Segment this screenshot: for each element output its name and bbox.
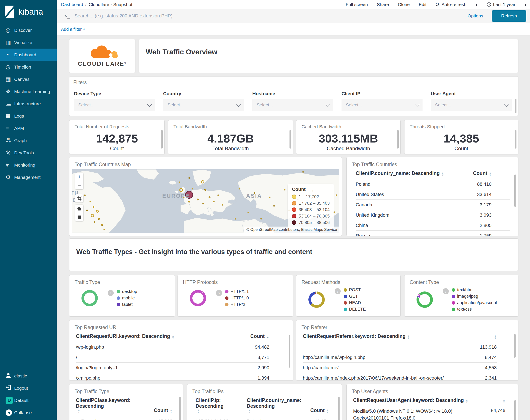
legend-item[interactable]: GET <box>344 294 366 299</box>
device-type-select[interactable]: Select... <box>74 99 155 111</box>
column-header-referer[interactable]: ClientRequestReferer.keyword: Descending <box>303 333 492 339</box>
world-map[interactable]: + − TH IC EUROPE ASIA Count <box>72 169 339 233</box>
legend-item[interactable]: mobile <box>117 296 137 300</box>
sidebar-item-dev-tools[interactable]: ⚒Dev Tools <box>0 147 57 159</box>
scrollbar-thumb[interactable] <box>338 397 339 420</box>
sort-icon <box>503 399 505 403</box>
legend-expand-icon[interactable]: › <box>108 290 114 296</box>
legend-item[interactable]: desktop <box>117 289 137 294</box>
sidebar-item-collapse[interactable]: ◀ Collapse <box>0 406 57 419</box>
legend-item[interactable]: DELETE <box>344 307 366 312</box>
crop-icon[interactable] <box>75 194 83 202</box>
legend-item[interactable]: HTTP/1.0 <box>225 296 249 300</box>
sidebar-item-visualize[interactable]: ▥Visualize <box>0 36 57 49</box>
column-header-count[interactable]: Count <box>250 333 269 339</box>
edit-button[interactable]: Edit <box>419 2 427 7</box>
refresh-cycle-icon: ⟳ <box>435 1 440 8</box>
column-header-country[interactable]: ClientIP.country_name: Descending <box>356 170 473 176</box>
scrollbar-thumb[interactable] <box>397 130 399 149</box>
time-forward-chevron[interactable]: › <box>524 2 527 7</box>
column-header-count[interactable]: Count <box>473 170 510 176</box>
sidebar-item-graph[interactable]: ⁂Graph <box>0 134 57 147</box>
options-link[interactable]: Options <box>468 13 483 18</box>
legend-expand-icon[interactable]: › <box>443 288 449 294</box>
breadcrumb-dashboard-link[interactable]: Dashboard <box>61 2 83 7</box>
column-header-ip[interactable]: ClientIP.ip: Descending <box>196 397 247 413</box>
column-header-user-agent[interactable]: ClientRequestUserAgent.keyword: Descendi… <box>353 397 501 403</box>
filter-fields: Device Type Select... Country Select... … <box>69 85 518 111</box>
column-header-uri[interactable]: ClientRequestURI.keyword: Descending <box>76 333 250 339</box>
sidebar-item-logout[interactable]: Logout <box>0 382 57 394</box>
map-legend-title: Count <box>292 187 330 192</box>
scrollbar-thumb[interactable] <box>515 99 516 113</box>
sidebar-item-management[interactable]: ⚙Management <box>0 171 57 183</box>
legend-item[interactable]: POST <box>344 287 366 292</box>
hostname-select[interactable]: Select... <box>252 99 333 111</box>
request-methods-donut-chart[interactable] <box>309 291 325 308</box>
legend-item[interactable]: text/css <box>452 307 497 312</box>
column-header-class[interactable]: ClientIPClass.keyword: Descending <box>76 397 140 413</box>
auto-refresh-button[interactable]: ⟳Auto-refresh <box>435 1 466 8</box>
zoom-in-button[interactable]: + <box>75 173 83 181</box>
sidebar-item-apm[interactable]: ≡APM <box>0 122 57 134</box>
legend-item[interactable]: tablet <box>117 302 137 307</box>
user-agent-select[interactable]: Select... <box>431 99 512 111</box>
time-back-chevron[interactable]: ‹ <box>475 2 478 7</box>
scrollbar-thumb[interactable] <box>290 130 291 149</box>
content-type-donut-chart[interactable] <box>416 291 433 308</box>
time-range-picker[interactable]: Last 1 year <box>486 2 515 7</box>
clone-button[interactable]: Clone <box>398 2 410 7</box>
sort-icon <box>170 409 172 413</box>
legend-item[interactable]: application/javascript <box>452 300 497 305</box>
scrollbar-thumb[interactable] <box>179 397 181 420</box>
sort-icon <box>489 172 492 176</box>
kibana-logo[interactable]: kibana <box>0 0 57 24</box>
sidebar-item-machine-learning[interactable]: ❖Machine Learning <box>0 85 57 98</box>
scrollbar-thumb[interactable] <box>515 130 516 149</box>
sidebar-item-infrastructure[interactable]: ☁Infrastructure <box>0 98 57 110</box>
full-screen-button[interactable]: Full screen <box>346 2 368 7</box>
scrollbar-thumb[interactable] <box>514 334 515 358</box>
sidebar-item-user[interactable]: elastic <box>0 370 57 382</box>
refresh-button[interactable]: Refresh <box>492 10 526 22</box>
legend-item[interactable]: HTTP/2 <box>225 302 249 307</box>
legend-expand-icon[interactable]: › <box>216 290 222 296</box>
traffic-type-donut-chart[interactable] <box>81 290 98 306</box>
legend-item[interactable]: image/jpeg <box>452 294 497 299</box>
column-header-count[interactable]: Count <box>154 407 172 413</box>
share-button[interactable]: Share <box>377 2 389 7</box>
column-header-count[interactable] <box>501 399 505 403</box>
column-header-count[interactable]: Count <box>310 407 329 413</box>
http-protocols-donut-chart[interactable] <box>190 290 206 306</box>
sidebar-footer: elastic Logout D Default ◀ Collapse <box>0 370 57 419</box>
add-filter-link[interactable]: Add a filter + <box>57 27 85 32</box>
sidebar-item-monitoring[interactable]: ♥Monitoring <box>0 159 57 171</box>
traffic-map-panel: Top Traffic Countries Map <box>69 157 342 236</box>
sidebar-item-logs[interactable]: ≣Logs <box>0 110 57 122</box>
column-header-country[interactable]: ClientIP.country_name: Descending <box>247 397 310 413</box>
table-row: 185.234.218.33 Poland 48,474 <box>196 416 329 420</box>
filter-country: Country Select... <box>163 91 244 111</box>
rectangle-tool-icon[interactable] <box>75 213 83 221</box>
search-input[interactable] <box>74 13 459 19</box>
sidebar-item-timelion[interactable]: ◷Timelion <box>0 61 57 73</box>
legend-expand-icon[interactable]: › <box>335 288 341 294</box>
legend-item[interactable]: text/html <box>452 287 497 292</box>
legend-item[interactable]: HTTP/1.1 <box>225 289 249 294</box>
sidebar-item-canvas[interactable]: ▦Canvas <box>0 73 57 85</box>
sort-icon <box>172 335 174 339</box>
sidebar-item-dashboard[interactable]: ◔Dashboard <box>0 49 57 61</box>
country-select[interactable]: Select... <box>163 99 244 111</box>
scrollbar-thumb[interactable] <box>514 400 516 420</box>
sidebar-item-default-space[interactable]: D Default <box>0 394 57 406</box>
scrollbar-thumb[interactable] <box>161 130 163 149</box>
zoom-out-button[interactable]: − <box>75 181 83 189</box>
polygon-tool-icon[interactable] <box>75 205 83 213</box>
client-ip-select[interactable]: Select... <box>341 99 423 111</box>
scrollbar-thumb[interactable] <box>514 175 516 207</box>
scrollbar-thumb[interactable] <box>289 335 290 368</box>
sidebar-item-discover[interactable]: ◎Discover <box>0 24 57 36</box>
legend-item[interactable]: HEAD <box>344 300 366 305</box>
legend-dot-icon <box>225 290 228 293</box>
column-header-count[interactable] <box>492 335 497 339</box>
